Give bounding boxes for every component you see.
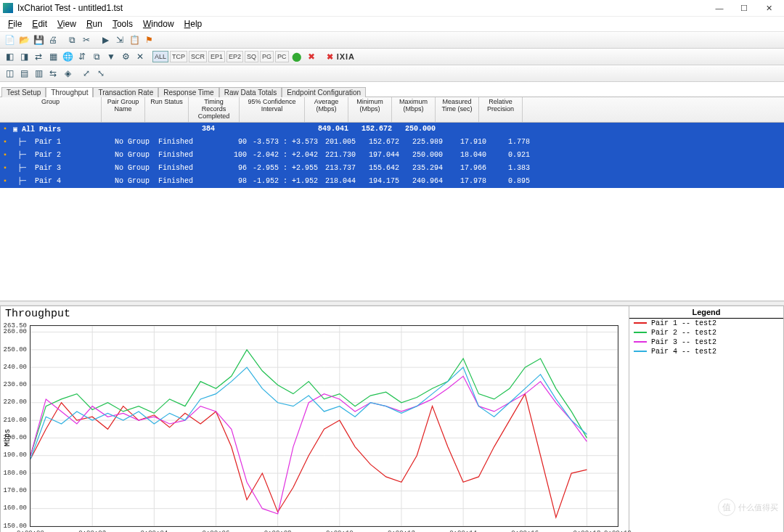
table-row[interactable]: ▪ ├─ Pair 2No GroupFinished100-2.042 : +… (0, 149, 784, 162)
down-icon[interactable]: ▼ (105, 50, 118, 63)
col-header[interactable]: Run Status (145, 97, 189, 122)
y-tick-label: 263.50 (2, 322, 27, 330)
col-header[interactable]: 95% Confidence Interval (240, 97, 305, 122)
chart-title: Throughput (1, 306, 629, 322)
filter-pc[interactable]: PC (275, 51, 289, 62)
row-icon: ▪ (0, 125, 10, 133)
collapse-icon[interactable]: ⤡ (94, 67, 107, 80)
tab-raw-data-totals[interactable]: Raw Data Totals (219, 87, 282, 97)
node-icon[interactable]: ◧ (3, 50, 16, 63)
filter-all[interactable]: ALL (152, 51, 168, 62)
legend-title: Legend (629, 306, 783, 319)
toolbar-2: ◧ ◨ ⇄ ▦ 🌐 ⇵ ⧉ ▼ ⚙ ✕ ALLTCPSCREP1EP2SQPGP… (0, 49, 784, 65)
tab-test-setup[interactable]: Test Setup (1, 87, 46, 97)
tab-bar: Test SetupThroughputTransaction RateResp… (0, 82, 784, 97)
t3b-icon[interactable]: ▤ (17, 67, 30, 80)
filter-pg[interactable]: PG (260, 51, 274, 62)
t3e-icon[interactable]: ◈ (61, 67, 74, 80)
grid-icon[interactable]: ▦ (46, 50, 60, 63)
col-header[interactable]: Pair Group Name (102, 97, 145, 122)
result-grid[interactable]: ▪▣ All Pairs384849.041152.672250.000▪ ├─… (0, 123, 784, 301)
menu-help[interactable]: Help (179, 18, 208, 30)
table-row[interactable]: ▪ ├─ Pair 4No GroupFinished98-1.952 : +1… (0, 175, 784, 188)
run-icon[interactable]: ▶ (99, 33, 112, 46)
col-header[interactable]: Average (Mbps) (305, 97, 348, 122)
table-row[interactable]: ▪▣ All Pairs384849.041152.672250.000 (0, 123, 784, 136)
toolbar-3: ◫ ▤ ▥ ⇆ ◈ ⤢ ⤡ (0, 65, 784, 82)
legend-item[interactable]: Pair 2 -- test2 (629, 328, 783, 337)
grid-header: GroupPair Group NameRun StatusTiming Rec… (0, 97, 784, 123)
net-icon[interactable]: ⇵ (75, 50, 89, 63)
tab-response-time[interactable]: Response Time (158, 87, 219, 97)
globe-icon[interactable]: 🌐 (61, 50, 74, 63)
col-header[interactable]: Maximum (Mbps) (392, 97, 436, 122)
watermark-icon: 值 (718, 499, 735, 516)
open-icon[interactable]: 📂 (17, 33, 30, 46)
legend-item[interactable]: Pair 4 -- test2 (629, 347, 783, 356)
lock-icon[interactable]: ✕ (134, 50, 147, 63)
table-row[interactable]: ▪ ├─ Pair 3No GroupFinished96-2.955 : +2… (0, 162, 784, 175)
copy2-icon[interactable]: ⧉ (90, 50, 103, 63)
menu-file[interactable]: File (3, 18, 27, 30)
menu-window[interactable]: Window (138, 18, 179, 30)
filter-sq[interactable]: SQ (245, 51, 258, 62)
col-header[interactable]: Measured Time (sec) (436, 97, 479, 122)
t3a-icon[interactable]: ◫ (3, 67, 16, 80)
legend-swatch (634, 332, 647, 333)
legend-item[interactable]: Pair 3 -- test2 (629, 337, 783, 347)
export-icon[interactable]: ⇲ (113, 33, 126, 46)
filter-ep1[interactable]: EP1 (208, 51, 225, 62)
col-header[interactable]: Minimum (Mbps) (348, 97, 392, 122)
filter-scr[interactable]: SCR (189, 51, 207, 62)
stop-icon[interactable]: ✖ (305, 50, 318, 63)
tab-transaction-rate[interactable]: Transaction Rate (93, 87, 158, 97)
menu-run[interactable]: Run (81, 18, 107, 30)
plot-area (30, 325, 618, 527)
filter-ep2[interactable]: EP2 (226, 51, 243, 62)
expand-icon[interactable]: ⤢ (80, 67, 93, 80)
row-icon: ▪ (0, 164, 10, 172)
col-header[interactable]: Relative Precision (479, 97, 523, 122)
node-icon-2[interactable]: ◨ (17, 50, 30, 63)
minimize-button[interactable]: — (707, 1, 732, 15)
print-icon[interactable]: 🖨 (46, 33, 60, 46)
cut-icon[interactable]: ✂ (80, 33, 93, 46)
new-icon[interactable]: 📄 (3, 33, 16, 46)
legend-swatch (634, 322, 647, 324)
legend-item[interactable]: Pair 1 -- test2 (629, 319, 783, 328)
brand-logo: ✖ IXIA (327, 52, 355, 62)
row-icon: ▪ (0, 177, 10, 185)
menu-edit[interactable]: Edit (27, 18, 52, 30)
menu-tools[interactable]: Tools (107, 18, 138, 30)
menu-view[interactable]: View (52, 18, 81, 30)
col-header[interactable]: Group (0, 97, 102, 122)
legend-swatch (634, 351, 647, 352)
row-icon: ▪ (0, 138, 10, 146)
row-icon: ▪ (0, 151, 10, 159)
record-icon[interactable]: ⬤ (290, 50, 303, 63)
t3d-icon[interactable]: ⇆ (46, 67, 60, 80)
legend-swatch (634, 341, 647, 343)
tool-icon[interactable]: ⚑ (142, 33, 155, 46)
app-icon (3, 3, 13, 13)
y-tick-label: 220.00 (2, 398, 27, 406)
watermark: 值 什么值得买 (718, 499, 778, 516)
table-row[interactable]: ▪ ├─ Pair 1No GroupFinished90-3.573 : +3… (0, 136, 784, 149)
t3c-icon[interactable]: ▥ (32, 67, 45, 80)
col-header[interactable]: Timing Records Completed (189, 97, 240, 122)
y-tick-label: 200.00 (2, 434, 27, 441)
tab-endpoint-configuration[interactable]: Endpoint Configuration (282, 87, 366, 97)
doc-icon[interactable]: 📋 (128, 33, 141, 46)
save-icon[interactable]: 💾 (32, 33, 45, 46)
toolbar-1: 📄 📂 💾 🖨 ⧉ ✂ ▶ ⇲ 📋 ⚑ (0, 32, 784, 49)
maximize-button[interactable]: ☐ (732, 1, 756, 15)
copy-icon[interactable]: ⧉ (65, 33, 78, 46)
y-tick-label: 230.00 (2, 381, 27, 388)
gear-icon[interactable]: ⚙ (119, 50, 132, 63)
tab-throughput[interactable]: Throughput (46, 87, 93, 97)
close-button[interactable]: ✕ (756, 1, 781, 15)
link-icon[interactable]: ⇄ (32, 50, 45, 63)
filter-tcp[interactable]: TCP (170, 51, 187, 62)
y-tick-label: 170.00 (2, 487, 27, 494)
y-tick-label: 180.00 (2, 470, 27, 477)
